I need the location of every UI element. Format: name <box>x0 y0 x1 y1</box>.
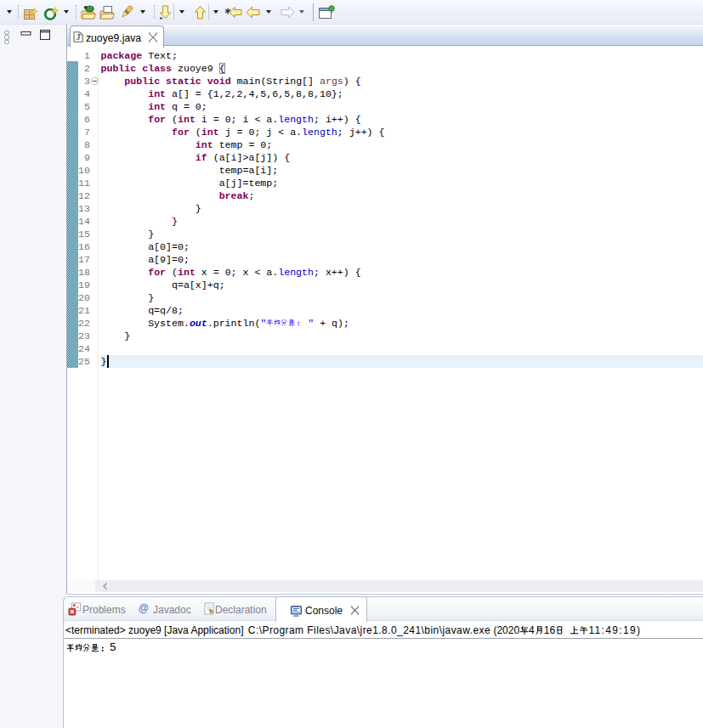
svg-text:J: J <box>77 32 81 42</box>
